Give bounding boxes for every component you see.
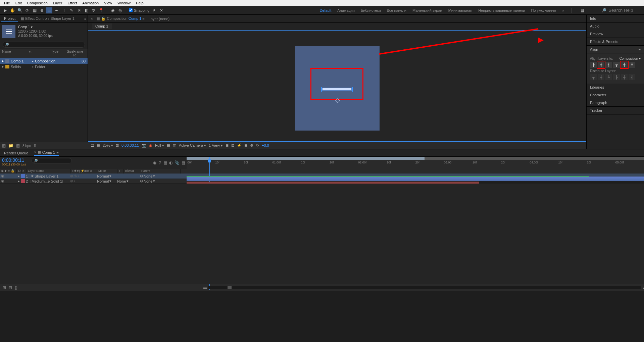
motion-blur-icon[interactable]: ◐ bbox=[169, 160, 172, 165]
layer-row-1[interactable]: ◉ ▸ 1 ★ Shape Layer 1 ⊕ ✎ / Normal ▾ ⊘ N… bbox=[0, 174, 644, 179]
pen-tool-icon[interactable]: ✒ bbox=[54, 7, 60, 13]
stroke-icon[interactable]: ◎ bbox=[117, 7, 123, 13]
audio-panel[interactable]: Audio bbox=[587, 22, 644, 30]
channels-icon[interactable]: ◉ bbox=[149, 143, 152, 148]
effect-controls-tab[interactable]: ▦ Effect Controls Shape Layer 1 bbox=[18, 15, 77, 22]
workspace-grid-icon[interactable]: ▦ bbox=[579, 7, 585, 13]
align-left-button[interactable]: ┣ bbox=[590, 62, 597, 68]
camera-tool-icon[interactable]: ▦ bbox=[32, 7, 38, 13]
timeline-comp-tab[interactable]: × ▦ Comp 1 ≡ bbox=[34, 150, 58, 156]
workspace-allpanels[interactable]: Все панели bbox=[387, 8, 406, 12]
bpc-label[interactable]: 8 bpc bbox=[22, 144, 31, 148]
snap-opt-icon[interactable]: ⚲ bbox=[151, 7, 157, 13]
snap-opt2-icon[interactable]: ✕ bbox=[158, 7, 164, 13]
comp-close-icon[interactable]: × bbox=[91, 17, 93, 21]
res-icon[interactable]: ⊡ bbox=[116, 143, 119, 148]
paragraph-panel[interactable]: Paragraph bbox=[587, 99, 644, 107]
render-queue-tab[interactable]: Render Queue bbox=[4, 151, 28, 155]
new-comp-icon[interactable]: ▦ bbox=[16, 143, 20, 148]
libraries-panel[interactable]: Libraries bbox=[587, 84, 644, 91]
project-item-solids[interactable]: ▸ Solids ▪Folder bbox=[0, 64, 88, 69]
snapping-toggle[interactable]: Snapping bbox=[129, 8, 150, 12]
views-dropdown[interactable]: 1 View ▾ bbox=[209, 143, 223, 148]
align-panel-header[interactable]: Align≡ bbox=[587, 46, 644, 53]
composition-viewer[interactable] bbox=[88, 30, 586, 142]
toggle-in-out-icon[interactable]: {} bbox=[15, 285, 17, 290]
pan-behind-tool-icon[interactable]: ⊕ bbox=[39, 7, 45, 13]
menu-help[interactable]: Help bbox=[133, 1, 146, 5]
comp-mini-icon[interactable]: ◉ bbox=[153, 160, 156, 165]
marker-icon[interactable]: ⬓ bbox=[91, 143, 94, 148]
mask-icon[interactable]: ◫ bbox=[173, 143, 176, 148]
menu-file[interactable]: File bbox=[1, 1, 13, 5]
menu-animation[interactable]: Animation bbox=[80, 1, 101, 5]
new-folder-icon[interactable]: 📁 bbox=[8, 143, 13, 148]
zoom-thumb[interactable] bbox=[228, 286, 232, 289]
brain-icon[interactable]: ▦ bbox=[182, 160, 185, 165]
vr-icon[interactable]: ⊞ bbox=[226, 143, 229, 148]
exposure-value[interactable]: +0,0 bbox=[262, 143, 269, 147]
fill-icon[interactable]: ◉ bbox=[110, 7, 116, 13]
toggle-switches-icon[interactable]: ⊞ bbox=[3, 285, 6, 290]
trash-icon[interactable]: 🗑 bbox=[33, 143, 37, 148]
workspace-small[interactable]: Маленький экран bbox=[412, 8, 442, 12]
project-search-input[interactable] bbox=[3, 42, 85, 48]
snapping-checkbox[interactable] bbox=[129, 8, 133, 12]
comp-subtab[interactable]: Comp 1 bbox=[92, 23, 112, 29]
interpret-icon[interactable]: ▦ bbox=[2, 143, 6, 148]
search-help-input[interactable] bbox=[608, 8, 642, 13]
orbit-tool-icon[interactable]: ⟳ bbox=[24, 7, 30, 13]
workspace-overflow-icon[interactable]: » bbox=[562, 8, 564, 12]
clone-tool-icon[interactable]: ⎘ bbox=[76, 7, 82, 13]
info-panel[interactable]: Info bbox=[587, 15, 644, 22]
workspace-animation[interactable]: Анимация bbox=[337, 8, 355, 12]
transparency-icon[interactable]: ▦ bbox=[167, 143, 170, 148]
label-color[interactable] bbox=[21, 174, 25, 178]
workspace-default[interactable]: Default bbox=[319, 8, 331, 12]
brush-tool-icon[interactable]: ✎ bbox=[68, 7, 75, 13]
panel-menu-icon[interactable]: » bbox=[84, 17, 86, 21]
project-tab[interactable]: Project bbox=[1, 15, 18, 22]
camera-dropdown[interactable]: Active Camera ▾ bbox=[179, 143, 206, 148]
zoom-tool-icon[interactable]: 🔍 bbox=[17, 7, 23, 13]
workspace-minimal[interactable]: Минимальная bbox=[448, 8, 473, 12]
flowchart-icon[interactable]: ⚙ bbox=[250, 143, 253, 148]
handle-right[interactable] bbox=[352, 87, 353, 92]
align-top-button[interactable]: ┳ bbox=[613, 62, 620, 68]
frame-blend-icon[interactable]: ▦ bbox=[163, 160, 167, 165]
timeline-icon[interactable]: ⊟ bbox=[244, 143, 247, 148]
workspace-libraries[interactable]: Библиотеки bbox=[361, 8, 381, 12]
resolution-dropdown[interactable]: Full ▾ bbox=[155, 143, 164, 148]
comp-canvas[interactable] bbox=[295, 46, 380, 131]
preview-panel[interactable]: Preview bbox=[587, 30, 644, 38]
pix-icon[interactable]: ⊡ bbox=[231, 143, 234, 148]
zoom-dropdown[interactable]: 25% ▾ bbox=[103, 143, 113, 148]
comp-breadcrumb-link[interactable]: Comp 1 bbox=[129, 16, 142, 20]
workspace-undocked[interactable]: Непристыкованные панели bbox=[478, 8, 525, 12]
project-item-comp[interactable]: ▸ Comp 1 ▪Composition 30 bbox=[0, 58, 88, 64]
timeline-timecode[interactable]: 0:00:00:11 bbox=[2, 157, 28, 163]
puppet-tool-icon[interactable]: 📍 bbox=[98, 7, 104, 13]
reset-exp-icon[interactable]: ↻ bbox=[256, 143, 259, 148]
align-right-button[interactable]: ┫ bbox=[605, 62, 612, 68]
menu-edit[interactable]: Edit bbox=[13, 1, 24, 5]
fast-icon[interactable]: ⚡ bbox=[237, 143, 242, 148]
viewer-timecode[interactable]: 0:00:00:11 bbox=[121, 143, 139, 147]
workspace-standard[interactable]: По умолчанию bbox=[531, 8, 556, 12]
selection-tool-icon[interactable]: ▶ bbox=[2, 7, 8, 13]
layer-none-tab[interactable]: Layer (none) bbox=[149, 17, 169, 21]
grid-icon[interactable]: ▦ bbox=[97, 143, 100, 148]
timeline-zoom-scrollbar[interactable]: ▬ ▲ bbox=[208, 286, 641, 289]
timeline-body[interactable] bbox=[0, 184, 644, 284]
shape-layer-rect[interactable] bbox=[322, 88, 352, 91]
hand-tool-icon[interactable]: ✋ bbox=[9, 7, 15, 13]
align-hcenter-button[interactable]: ╋ bbox=[598, 62, 604, 68]
align-vcenter-button[interactable]: ╋ bbox=[621, 62, 628, 68]
snapshot-icon[interactable]: 📷 bbox=[142, 143, 146, 148]
rect-tool-icon[interactable]: ▭ bbox=[46, 7, 52, 13]
layer-bar-1[interactable] bbox=[187, 177, 644, 181]
work-area-bar[interactable] bbox=[187, 157, 425, 160]
align-to-dropdown[interactable]: Composition ▾ bbox=[620, 57, 641, 60]
toggle-modes-icon[interactable]: ⊟ bbox=[9, 285, 12, 290]
text-tool-icon[interactable]: T bbox=[61, 7, 67, 13]
